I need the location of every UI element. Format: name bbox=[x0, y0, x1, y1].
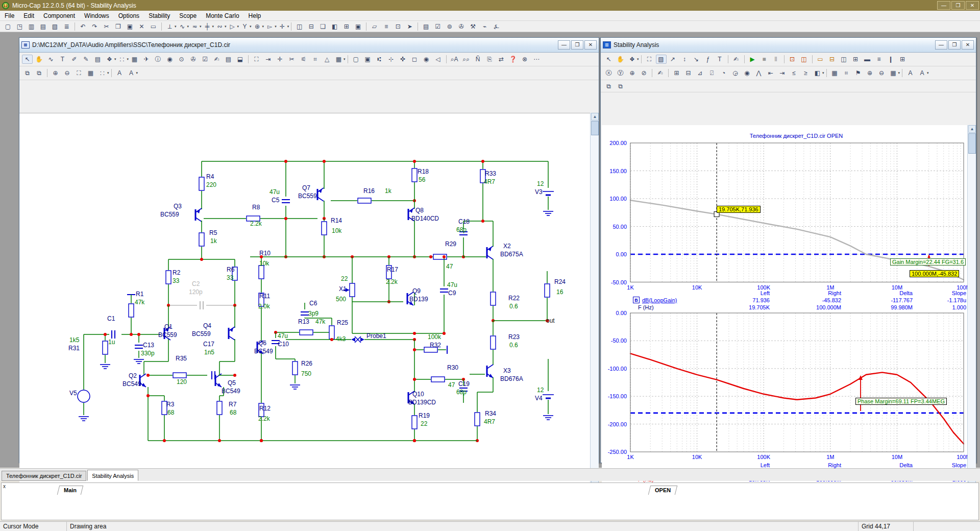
menu-file[interactable]: File bbox=[0, 11, 19, 20]
copy-graph-icon[interactable]: ⧉ bbox=[603, 82, 614, 91]
meas-v-icon[interactable]: ⇥ bbox=[777, 68, 788, 78]
exact-icon[interactable]: ⌗ bbox=[841, 68, 852, 78]
warn-icon[interactable]: △ bbox=[322, 55, 332, 64]
close-button[interactable]: ✕ bbox=[966, 1, 979, 10]
palette-icon[interactable]: ◧ bbox=[812, 68, 823, 78]
more-icon[interactable]: ⋯ bbox=[531, 55, 542, 64]
arrange-icon[interactable]: ⊞ bbox=[341, 22, 352, 31]
flow-icon[interactable]: ⸬ bbox=[117, 55, 128, 64]
link-icon[interactable]: ⊙ bbox=[176, 55, 187, 64]
doc-tab-stability[interactable]: Stability Analysis bbox=[87, 470, 138, 481]
node-num-icon[interactable]: ⑆ bbox=[374, 55, 385, 64]
wire-mode-icon[interactable]: ∿ bbox=[45, 55, 56, 64]
wire-junction-icon[interactable]: ⊹ bbox=[386, 55, 397, 64]
layout-cols-icon[interactable]: ❙ bbox=[886, 55, 896, 64]
grid-icon[interactable]: ▦ bbox=[333, 55, 344, 64]
list-icon[interactable]: ▤ bbox=[223, 55, 234, 64]
border-icon[interactable]: ◻ bbox=[409, 55, 420, 64]
stop-x-icon[interactable]: ⊗ bbox=[520, 55, 530, 64]
help-point-icon[interactable]: ◉ bbox=[164, 55, 175, 64]
delete-icon[interactable]: ✕ bbox=[136, 22, 147, 31]
grid-b-icon[interactable]: ⊟ bbox=[683, 68, 694, 78]
norm-icon[interactable]: ▦ bbox=[829, 68, 840, 78]
split-icon[interactable]: ◧ bbox=[329, 22, 340, 31]
text-mode-icon[interactable]: T bbox=[57, 55, 68, 64]
opamp-part-icon[interactable]: ▻ bbox=[264, 22, 275, 31]
bus-icon[interactable]: ▤ bbox=[92, 55, 103, 64]
font-icon[interactable]: A bbox=[114, 68, 125, 78]
diode-part-icon-dropdown[interactable]: ▾ bbox=[237, 25, 239, 29]
layout-wide-icon[interactable]: ▬ bbox=[862, 55, 873, 64]
save-as-icon[interactable]: ▤ bbox=[38, 22, 48, 31]
pause-icon[interactable]: Ⅱ bbox=[771, 55, 781, 64]
window-text-icon[interactable]: ≡ bbox=[381, 22, 391, 31]
redo-icon[interactable]: ↷ bbox=[89, 22, 100, 31]
scissors-icon[interactable]: ✂ bbox=[286, 55, 297, 64]
tangent-icon[interactable]: ⍁ bbox=[706, 68, 717, 78]
wire-part-icon-dropdown[interactable]: ▾ bbox=[187, 25, 189, 29]
cross-icon[interactable]: ✛ bbox=[275, 55, 285, 64]
split-v-icon[interactable]: ◫ bbox=[839, 55, 849, 64]
single-plot-icon[interactable]: ▭ bbox=[815, 55, 826, 64]
zoom-out2-icon[interactable]: ⊖ bbox=[876, 68, 887, 78]
gauge-icon[interactable]: ⌗ bbox=[310, 55, 321, 64]
zoom-out-icon[interactable]: ⊖ bbox=[62, 68, 72, 78]
fx-icon[interactable]: ƒ bbox=[703, 55, 714, 64]
grid-menu-icon-dropdown[interactable]: ▾ bbox=[898, 71, 900, 75]
font-edit-icon[interactable]: A bbox=[917, 68, 927, 78]
probe-mode-icon[interactable]: ⍼ bbox=[491, 22, 502, 31]
source-part-icon-dropdown[interactable]: ▾ bbox=[262, 25, 264, 29]
font-edit-icon-dropdown[interactable]: ▾ bbox=[927, 71, 929, 75]
resistor-part-icon[interactable]: ≂ bbox=[189, 22, 200, 31]
back-icon[interactable]: ◁ bbox=[433, 55, 444, 64]
maximize-button[interactable]: ❐ bbox=[948, 40, 961, 50]
grid-dots-icon-dropdown[interactable]: ▾ bbox=[107, 71, 109, 75]
page-del-icon[interactable]: ▣ bbox=[362, 55, 373, 64]
properties-icon[interactable]: ✍ bbox=[731, 55, 742, 64]
find-a-icon[interactable]: ⌕A bbox=[449, 55, 460, 64]
cube-icon[interactable]: ❖ bbox=[627, 55, 638, 64]
step-icon[interactable]: ⇥ bbox=[263, 55, 274, 64]
sheet-icon[interactable]: ⬓ bbox=[235, 55, 246, 64]
capacitor-part-icon-dropdown[interactable]: ▾ bbox=[212, 25, 214, 29]
pan-mode-icon[interactable]: ✋ bbox=[34, 55, 44, 64]
stability-window-titlebar[interactable]: ▥ Stability Analysis —❐✕ bbox=[601, 38, 976, 53]
cascade-icon[interactable]: ❏ bbox=[317, 22, 328, 31]
window-schematic-icon[interactable]: ▱ bbox=[369, 22, 380, 31]
attrib-icon[interactable]: Ñ bbox=[473, 55, 483, 64]
crosshair-icon[interactable]: ✜ bbox=[398, 55, 408, 64]
zoom-up-icon[interactable]: ↗ bbox=[668, 55, 678, 64]
capacitor-part-icon[interactable]: ╪ bbox=[202, 22, 213, 31]
line-mode-icon[interactable]: ✐ bbox=[69, 55, 80, 64]
snapshot-icon[interactable]: ▦ bbox=[85, 68, 96, 78]
save-icon[interactable]: ▥ bbox=[26, 22, 37, 31]
minimize-button[interactable]: — bbox=[935, 40, 947, 50]
component-icon[interactable]: ❖ bbox=[104, 55, 115, 64]
copy-window-icon[interactable]: ⧉ bbox=[615, 82, 626, 91]
open-icon[interactable]: ◳ bbox=[14, 22, 25, 31]
copy-icon[interactable]: ❐ bbox=[113, 22, 124, 31]
grid-a-icon[interactable]: ⊞ bbox=[671, 68, 682, 78]
grid-menu-icon[interactable]: ▦ bbox=[888, 68, 899, 78]
zoom-rect-icon[interactable]: ⛶ bbox=[251, 55, 262, 64]
animate-icon[interactable]: ➤ bbox=[404, 22, 415, 31]
grid-dots-icon[interactable]: ⸬ bbox=[97, 68, 108, 78]
inductor-part-icon-dropdown[interactable]: ▾ bbox=[225, 25, 227, 29]
scale-mode-icon[interactable]: ⛶ bbox=[644, 55, 655, 64]
minimize-button[interactable]: — bbox=[558, 40, 570, 50]
pan-mode-icon[interactable]: ✋ bbox=[615, 55, 626, 64]
check-model-icon[interactable]: ☑ bbox=[432, 22, 443, 31]
phase-margin-box[interactable]: Phase Margin=69.11 FP=3.44MEG bbox=[855, 398, 947, 405]
doc-tab-circuit[interactable]: Телефонник дискрет_C1D.cir bbox=[2, 471, 86, 481]
pin-connect-icon[interactable]: ✎ bbox=[81, 55, 91, 64]
print-icon[interactable]: ≣ bbox=[61, 22, 72, 31]
zoom-both-icon[interactable]: ↕ bbox=[679, 55, 690, 64]
data-points-icon[interactable]: ⊡ bbox=[787, 55, 798, 64]
font2-icon[interactable]: A bbox=[905, 68, 916, 78]
help-icon[interactable]: ❓ bbox=[508, 55, 519, 64]
grid-icon-dropdown[interactable]: ▾ bbox=[344, 57, 346, 61]
trim-icon[interactable]: ⚟ bbox=[298, 55, 309, 64]
go-right-icon[interactable]: ≥ bbox=[800, 68, 811, 78]
select-mode-icon[interactable]: ↖ bbox=[603, 55, 614, 64]
quad-icon[interactable]: ⊞ bbox=[850, 55, 861, 64]
